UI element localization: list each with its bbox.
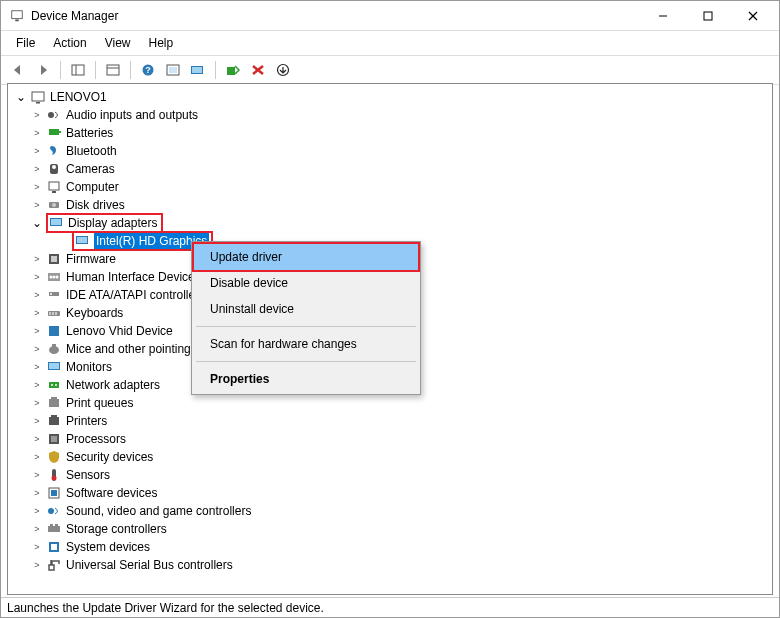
svg-rect-64 xyxy=(51,490,57,496)
tree-item-label: IDE ATA/ATAPI controlle xyxy=(66,288,195,302)
expand-icon[interactable]: > xyxy=(30,306,44,320)
expand-icon[interactable]: > xyxy=(30,468,44,482)
context-item-properties[interactable]: Properties xyxy=(194,366,418,392)
help-button[interactable]: ? xyxy=(137,59,159,81)
expand-icon[interactable]: > xyxy=(30,324,44,338)
tree-category[interactable]: >Sensors xyxy=(8,466,772,484)
collapse-icon[interactable]: ⌄ xyxy=(14,90,28,104)
tree-category[interactable]: >Security devices xyxy=(8,448,772,466)
svg-rect-46 xyxy=(55,312,57,315)
tree-category[interactable]: >Sound, video and game controllers xyxy=(8,502,772,520)
minimize-button[interactable] xyxy=(640,1,685,30)
expand-icon[interactable]: > xyxy=(30,126,44,140)
forward-button[interactable] xyxy=(32,59,54,81)
expand-icon[interactable]: > xyxy=(30,540,44,554)
expand-icon[interactable]: > xyxy=(30,414,44,428)
category-icon xyxy=(46,107,62,123)
window-buttons xyxy=(640,1,775,30)
expand-icon[interactable]: > xyxy=(30,432,44,446)
expand-icon[interactable]: > xyxy=(30,288,44,302)
svg-rect-23 xyxy=(49,129,59,135)
show-hide-tree-button[interactable] xyxy=(67,59,89,81)
expand-icon[interactable]: > xyxy=(30,450,44,464)
svg-rect-56 xyxy=(51,397,57,399)
context-item-disable-device[interactable]: Disable device xyxy=(194,270,418,296)
svg-rect-51 xyxy=(49,363,59,369)
category-icon xyxy=(46,179,62,195)
expand-icon[interactable]: > xyxy=(30,522,44,536)
properties-button[interactable] xyxy=(102,59,124,81)
uninstall-button[interactable] xyxy=(247,59,269,81)
expand-icon[interactable]: > xyxy=(30,504,44,518)
expand-icon[interactable]: > xyxy=(30,378,44,392)
svg-rect-34 xyxy=(77,237,87,243)
tree-category-display-adapters[interactable]: ⌄Display adapters xyxy=(8,214,772,232)
tree-item-label: Software devices xyxy=(66,486,157,500)
svg-rect-8 xyxy=(107,65,119,75)
back-button[interactable] xyxy=(7,59,29,81)
expand-icon[interactable]: > xyxy=(30,396,44,410)
tree-category[interactable]: >Disk drives xyxy=(8,196,772,214)
toolbar-separator xyxy=(95,61,96,79)
svg-rect-32 xyxy=(51,219,61,225)
svg-point-53 xyxy=(51,384,53,386)
tree-item-label: Storage controllers xyxy=(66,522,167,536)
tree-category[interactable]: >Processors xyxy=(8,430,772,448)
close-button[interactable] xyxy=(730,1,775,30)
menu-help[interactable]: Help xyxy=(140,33,183,53)
menu-action[interactable]: Action xyxy=(44,33,95,53)
scan-hardware-button[interactable] xyxy=(222,59,244,81)
expand-icon[interactable]: > xyxy=(30,180,44,194)
tree-category[interactable]: >Computer xyxy=(8,178,772,196)
tree-category[interactable]: >Storage controllers xyxy=(8,520,772,538)
svg-rect-0 xyxy=(12,10,23,18)
svg-rect-21 xyxy=(36,102,40,104)
context-menu-separator xyxy=(196,326,416,327)
maximize-button[interactable] xyxy=(685,1,730,30)
tree-category[interactable]: >Batteries xyxy=(8,124,772,142)
collapse-icon[interactable]: ⌄ xyxy=(30,216,44,230)
update-driver-button[interactable] xyxy=(187,59,209,81)
tree-category[interactable]: >System devices xyxy=(8,538,772,556)
context-item-scan-for-hardware-changes[interactable]: Scan for hardware changes xyxy=(194,331,418,357)
tree-category[interactable]: >Bluetooth xyxy=(8,142,772,160)
computer-icon xyxy=(30,89,46,105)
action-button[interactable] xyxy=(162,59,184,81)
expand-icon[interactable]: > xyxy=(30,342,44,356)
tree-item-label: Universal Serial Bus controllers xyxy=(66,558,233,572)
expand-icon[interactable]: > xyxy=(30,108,44,122)
svg-rect-57 xyxy=(49,417,59,425)
expand-icon[interactable]: > xyxy=(30,198,44,212)
expand-icon[interactable]: > xyxy=(30,270,44,284)
expand-icon[interactable]: > xyxy=(30,360,44,374)
svg-rect-60 xyxy=(51,436,57,442)
tree-category[interactable]: >Printers xyxy=(8,412,772,430)
category-icon xyxy=(46,197,62,213)
expand-icon[interactable]: > xyxy=(30,558,44,572)
category-icon xyxy=(46,323,62,339)
tree-item-label: Monitors xyxy=(66,360,112,374)
context-item-uninstall-device[interactable]: Uninstall device xyxy=(194,296,418,322)
tree-category[interactable]: >Print queues xyxy=(8,394,772,412)
expand-icon[interactable]: > xyxy=(30,144,44,158)
svg-point-38 xyxy=(50,276,53,279)
context-item-update-driver[interactable]: Update driver xyxy=(194,244,418,270)
category-icon xyxy=(46,413,62,429)
expand-icon[interactable]: > xyxy=(30,162,44,176)
menu-view[interactable]: View xyxy=(96,33,140,53)
expand-icon[interactable]: > xyxy=(30,252,44,266)
tree-category[interactable]: >Universal Serial Bus controllers xyxy=(8,556,772,574)
tree-item-label: Cameras xyxy=(66,162,115,176)
expand-icon[interactable]: > xyxy=(30,486,44,500)
svg-rect-13 xyxy=(169,67,177,73)
tree-category[interactable]: >Software devices xyxy=(8,484,772,502)
tree-item-label: Lenovo Vhid Device xyxy=(66,324,173,338)
svg-rect-6 xyxy=(72,65,84,75)
svg-rect-16 xyxy=(227,67,235,75)
tree-category[interactable]: >Cameras xyxy=(8,160,772,178)
svg-point-26 xyxy=(52,165,56,169)
enable-button[interactable] xyxy=(272,59,294,81)
menu-file[interactable]: File xyxy=(7,33,44,53)
tree-root[interactable]: ⌄LENOVO1 xyxy=(8,88,772,106)
tree-category[interactable]: >Audio inputs and outputs xyxy=(8,106,772,124)
